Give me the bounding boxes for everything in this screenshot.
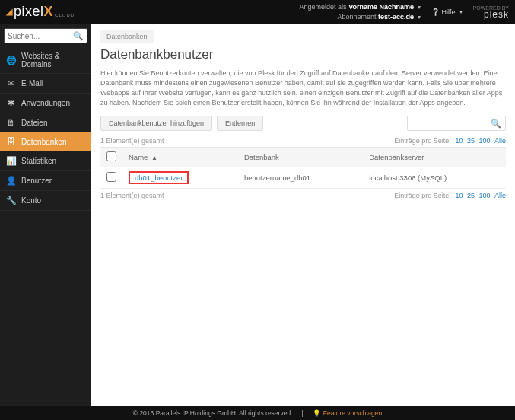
auth-sub-label: Abonnement — [337, 13, 376, 21]
copyright: © 2016 Parallels IP Holdings GmbH. All r… — [133, 409, 293, 417]
sidebar-item-dateien[interactable]: 🗎Dateien — [0, 113, 91, 132]
row-checkbox[interactable] — [106, 172, 116, 182]
page-description: Hier können Sie Benutzerkonten verwalten… — [100, 68, 506, 108]
auth-username: Vorname Nachname — [348, 3, 414, 11]
per-page-25[interactable]: 25 — [467, 137, 475, 145]
add-user-button[interactable]: Datenbankbenutzer hinzufügen — [100, 116, 212, 131]
header-right: Angemeldet als Vorname Nachname ▾ Abonne… — [300, 2, 509, 22]
nav-label: Benutzer — [21, 177, 52, 185]
help-menu[interactable]: ❔ Hilfe ▾ — [431, 8, 463, 16]
nav-icon: 📊 — [6, 156, 16, 166]
caret-down-icon: ▾ — [459, 8, 463, 15]
auth-block[interactable]: Angemeldet als Vorname Nachname ▾ Abonne… — [300, 2, 421, 22]
search-wrap: 🔍 — [0, 24, 91, 47]
nav-icon: 👤 — [6, 176, 16, 186]
col-name-label: Name — [129, 153, 148, 161]
nav-label: E-Mail — [21, 79, 43, 88]
toolbar: Datenbankbenutzer hinzufügen Entfernen 🔍 — [100, 116, 506, 131]
breadcrumb[interactable]: Datenbanken — [100, 30, 154, 43]
nav-icon: 🗄 — [6, 137, 16, 146]
count-text-bottom: 1 Element(e) gesamt — [100, 192, 164, 199]
per-page-all[interactable]: Alle — [494, 192, 506, 199]
nav-icon: 🗎 — [6, 118, 16, 127]
suggest-feature-link[interactable]: 💡 Feature vorschlagen — [313, 409, 383, 417]
nav-label: Dateien — [21, 119, 47, 127]
sidebar-item-websites-domains[interactable]: 🌐Websites & Domains — [0, 47, 91, 74]
nav-label: Statistiken — [21, 157, 56, 165]
help-icon: ❔ — [431, 8, 440, 16]
sidebar-item-datenbanken[interactable]: 🗄Datenbanken — [0, 132, 91, 151]
per-page-label: Einträge pro Seite: — [394, 192, 451, 199]
logo-mark-icon: ◢ — [6, 7, 12, 17]
user-link[interactable]: db01_benutzer — [129, 171, 189, 184]
sidebar-item-statistiken[interactable]: 📊Statistiken — [0, 151, 91, 171]
per-page-25[interactable]: 25 — [467, 192, 475, 199]
list-meta-top: 1 Element(e) gesamt Einträge pro Seite: … — [100, 137, 506, 145]
per-page-100[interactable]: 100 — [478, 137, 490, 145]
search-icon: 🔍 — [491, 119, 501, 129]
auth-label: Angemeldet als — [300, 3, 347, 11]
logo-subtext: CLOUD — [55, 13, 75, 18]
nav-list: 🌐Websites & Domains✉E-Mail✱Anwendungen🗎D… — [0, 47, 91, 211]
caret-down-icon: ▾ — [418, 14, 421, 21]
list-meta-bottom: 1 Element(e) gesamt Einträge pro Seite: … — [100, 192, 506, 199]
logo-text: pixelX — [14, 4, 53, 20]
brand-logo: ◢ pixelX CLOUD — [6, 4, 75, 20]
sidebar-item-benutzer[interactable]: 👤Benutzer — [0, 171, 91, 191]
per-page-100[interactable]: 100 — [478, 192, 490, 199]
search-box[interactable]: 🔍 — [4, 28, 87, 43]
sidebar-item-e-mail[interactable]: ✉E-Mail — [0, 74, 91, 94]
logo-pre: pixel — [14, 4, 44, 19]
sidebar: 🔍 🌐Websites & Domains✉E-Mail✱Anwendungen… — [0, 24, 91, 406]
table-row: db01_benutzerbenutzername_db01localhost:… — [100, 167, 506, 189]
search-icon[interactable]: 🔍 — [73, 31, 84, 41]
pager-bottom: Einträge pro Seite: 10 25 100 Alle — [394, 192, 506, 199]
powered-by: POWERED BY plesk — [473, 5, 509, 19]
nav-label: Websites & Domains — [21, 52, 85, 68]
count-text: 1 Element(e) gesamt — [100, 137, 164, 145]
lightbulb-icon: 💡 — [313, 409, 321, 417]
logo-post: X — [44, 4, 54, 19]
per-page-10[interactable]: 10 — [455, 192, 463, 199]
pager-top: Einträge pro Seite: 10 25 100 Alle — [394, 137, 506, 145]
auth-account: test-acc.de — [378, 13, 414, 21]
row-server: localhost:3306 (MySQL) — [363, 167, 506, 189]
nav-icon: ✱ — [6, 98, 16, 108]
nav-icon: ✉ — [6, 78, 16, 88]
caret-down-icon: ▾ — [418, 4, 421, 11]
top-header: ◢ pixelX CLOUD Angemeldet als Vorname Na… — [0, 0, 515, 24]
footer-separator: | — [302, 409, 304, 417]
powered-brand: plesk — [484, 9, 509, 20]
footer: © 2016 Parallels IP Holdings GmbH. All r… — [0, 406, 515, 420]
nav-icon: 🌐 — [6, 56, 16, 65]
nav-label: Konto — [21, 196, 41, 205]
sort-asc-icon: ▲ — [151, 154, 157, 161]
row-db: benutzername_db01 — [238, 167, 363, 189]
per-page-all[interactable]: Alle — [494, 137, 506, 145]
main-content: Datenbanken Datenbankbenutzer Hier könne… — [91, 24, 515, 406]
col-db[interactable]: Datenbank — [238, 148, 363, 167]
page-title: Datenbankbenutzer — [100, 47, 506, 62]
select-all-checkbox[interactable] — [106, 151, 116, 161]
sidebar-item-anwendungen[interactable]: ✱Anwendungen — [0, 94, 91, 113]
nav-label: Anwendungen — [21, 99, 70, 107]
per-page-label: Einträge pro Seite: — [394, 137, 451, 145]
sidebar-item-konto[interactable]: 🔧Konto — [0, 191, 91, 211]
per-page-10[interactable]: 10 — [455, 137, 463, 145]
remove-button[interactable]: Entfernen — [217, 116, 263, 131]
users-table: Name ▲ Datenbank Datenbankserver db01_be… — [100, 147, 506, 189]
search-input[interactable] — [8, 32, 73, 40]
filter-input[interactable]: 🔍 — [407, 116, 506, 131]
col-name[interactable]: Name ▲ — [122, 148, 238, 167]
nav-label: Datenbanken — [21, 138, 67, 146]
suggest-feature-label: Feature vorschlagen — [323, 409, 383, 417]
help-label: Hilfe — [442, 8, 456, 16]
col-server[interactable]: Datenbankserver — [363, 148, 506, 167]
nav-icon: 🔧 — [6, 196, 16, 205]
